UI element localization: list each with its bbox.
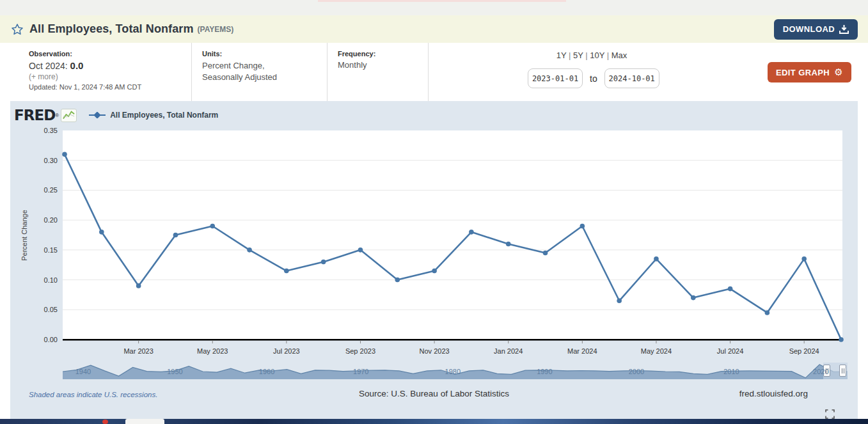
y-tick-label: 0.25 <box>44 186 58 194</box>
gear-icon: ⚙ <box>834 68 843 77</box>
range-preset-10y[interactable]: 10Y <box>590 51 604 60</box>
data-point[interactable] <box>543 251 548 256</box>
data-point[interactable] <box>62 152 67 157</box>
range-presets: 1Y | 5Y | 10Y | Max <box>528 51 656 60</box>
range-preset-5y[interactable]: 5Y <box>573 51 583 60</box>
units-value-line2: Seasonally Adjusted <box>202 72 327 83</box>
start-date-input[interactable] <box>528 68 583 88</box>
frequency-label: Frequency: <box>338 50 428 58</box>
data-point[interactable] <box>136 283 141 288</box>
y-tick-label: 0.35 <box>44 127 58 134</box>
range-panel: 1Y | 5Y | 10Y | Max to EDIT GRAPH ⚙ <box>429 43 868 101</box>
y-tick-label: 0.05 <box>44 306 58 313</box>
y-tick-label: 0.15 <box>44 246 58 254</box>
data-point[interactable] <box>247 247 252 253</box>
taskbar-sliver <box>0 419 868 424</box>
observation-value: 0.0 <box>70 60 84 71</box>
data-point[interactable] <box>469 230 474 235</box>
fred-logo[interactable]: FRED <box>14 107 55 123</box>
end-date-input[interactable] <box>604 68 659 88</box>
more-observations-link[interactable]: (+ more) <box>29 72 191 81</box>
data-source: Source: U.S. Bureau of Labor Statistics <box>10 389 858 398</box>
edit-graph-label: EDIT GRAPH <box>776 68 830 77</box>
timeline-preview-area <box>63 363 848 379</box>
fred-site-text: fred.stlouisfed.org <box>739 389 808 398</box>
download-button[interactable]: DOWNLOAD <box>774 19 858 40</box>
data-point[interactable] <box>432 269 437 274</box>
y-tick-label: 0.00 <box>44 336 58 343</box>
units-panel: Units: Percent Change, Seasonally Adjust… <box>192 43 327 101</box>
taskbar-notification-dot <box>102 420 108 424</box>
top-accent-line <box>318 0 566 2</box>
x-tick-label: May 2024 <box>641 347 672 355</box>
updated-timestamp: Updated: Nov 1, 2024 7:48 AM CDT <box>29 83 191 91</box>
data-point[interactable] <box>654 256 659 262</box>
frequency-value: Monthly <box>338 60 428 70</box>
data-point[interactable] <box>691 295 696 301</box>
y-tick-label: 0.20 <box>44 216 58 224</box>
data-point[interactable] <box>173 233 178 238</box>
data-point[interactable] <box>506 242 511 247</box>
download-label: DOWNLOAD <box>783 24 835 34</box>
date-range-to-label: to <box>590 74 597 84</box>
range-preset-1y[interactable]: 1Y <box>556 51 567 60</box>
legend-label: All Employees, Total Nonfarm <box>110 111 218 120</box>
x-tick-label: Nov 2023 <box>420 347 450 355</box>
range-preset-max[interactable]: Max <box>612 51 627 60</box>
observation-label: Observation: <box>29 50 191 58</box>
data-point[interactable] <box>99 230 104 235</box>
taskbar-active-tab[interactable] <box>125 419 164 424</box>
meta-row: Observation: Oct 2024: 0.0 (+ more) Upda… <box>0 43 868 101</box>
y-tick-label: 0.30 <box>44 157 58 164</box>
favorite-star-icon[interactable] <box>10 22 24 36</box>
units-label: Units: <box>202 50 327 58</box>
page-title: All Employees, Total Nonfarm <box>29 22 194 36</box>
slider-left-handle[interactable] <box>823 365 830 377</box>
series-id: (PAYEMS) <box>198 25 234 34</box>
x-tick-label: Sep 2023 <box>345 347 375 355</box>
x-tick-label: Sep 2024 <box>789 347 819 355</box>
plot-area <box>63 130 842 340</box>
units-value-line1: Percent Change, <box>202 60 327 72</box>
data-point[interactable] <box>765 310 770 315</box>
legend-line-marker-icon <box>88 112 106 118</box>
series-header: All Employees, Total Nonfarm (PAYEMS) DO… <box>0 15 868 43</box>
data-point[interactable] <box>284 269 289 274</box>
slider-right-handle[interactable] <box>839 365 846 377</box>
observation-date: Oct 2024: <box>29 61 68 71</box>
timeline-area <box>63 365 848 379</box>
y-tick-label: 0.10 <box>44 276 58 284</box>
fred-logo-chart-icon <box>61 109 77 122</box>
data-point[interactable] <box>839 337 844 342</box>
data-point[interactable] <box>395 278 400 283</box>
timeline-range-slider[interactable]: 194019501960197019801990200020102020 <box>63 363 848 379</box>
data-point[interactable] <box>210 224 215 229</box>
x-axis-line <box>63 339 843 341</box>
series-legend: All Employees, Total Nonfarm <box>88 111 218 120</box>
data-point[interactable] <box>321 260 326 265</box>
x-tick-label: Jul 2023 <box>273 347 300 355</box>
x-tick-label: May 2023 <box>197 347 228 355</box>
y-axis-title: Percent Change <box>20 210 28 261</box>
x-tick-label: Jul 2024 <box>717 347 744 355</box>
frequency-panel: Frequency: Monthly <box>327 43 429 101</box>
data-point[interactable] <box>358 247 363 253</box>
x-tick-label: Jan 2024 <box>494 347 523 355</box>
data-point[interactable] <box>617 298 622 303</box>
fullscreen-icon[interactable] <box>825 409 835 419</box>
edit-graph-button[interactable]: EDIT GRAPH ⚙ <box>768 62 851 82</box>
fred-logo-registered-mark: ® <box>55 113 59 118</box>
data-point[interactable] <box>728 287 733 292</box>
x-tick-label: Mar 2023 <box>123 347 153 355</box>
data-point[interactable] <box>801 256 807 262</box>
x-tick-label: Mar 2024 <box>567 347 597 355</box>
graph-container: FRED® All Employees, Total Nonfarm 0.000… <box>10 101 858 419</box>
download-icon <box>839 25 849 34</box>
data-point[interactable] <box>580 224 585 229</box>
observation-panel: Observation: Oct 2024: 0.0 (+ more) Upda… <box>0 43 192 101</box>
page-top-strip <box>0 0 868 15</box>
